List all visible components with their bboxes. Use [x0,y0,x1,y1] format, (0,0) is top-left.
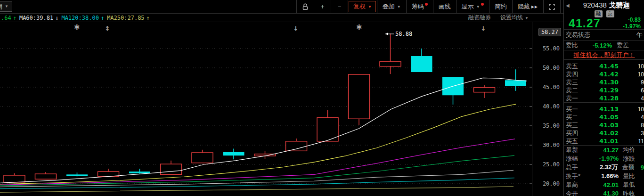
bid-label: 买四 [566,129,581,138]
notification-dot [425,3,428,6]
ask-row[interactable]: 卖五41.4510 [564,62,644,70]
info-row: 今开41.30昨收 [564,189,644,196]
stock-name: 戈碧迦 [609,1,630,9]
ma-legend-item: MA250:27.85↑ [107,15,150,21]
bid-row[interactable]: 买二41.054 [564,113,644,121]
bid-volume: 4 [641,114,644,121]
y-axis-label: 55.00 [543,45,560,52]
toolbar-fullscreen-button[interactable] [543,0,561,13]
ask-volume: 9 [641,79,644,86]
weibi-value: -5.12% [578,42,612,49]
chevron-down-icon: ▼ [525,16,529,20]
y-axis-label: 35.00 [543,122,560,129]
toolbar-zoom-out-button[interactable]: － [331,0,348,13]
ma-pale-yellow-line [0,187,514,192]
bid-label: 买三 [566,121,581,130]
bid-row[interactable]: 买五41.0111 [564,137,644,145]
chevron-down-icon: ▼ [5,4,8,8]
ma-legend-item: .64↑ [1,15,16,21]
candle-body-down [223,152,245,155]
bid-label: 买二 [566,113,581,122]
event-down-arrow: ↓ [481,25,486,32]
info-label-left: 今开 [566,189,584,196]
ask-book: 卖五41.4510卖四41.4210卖三41.309卖二41.296卖一41.2… [564,60,644,102]
bid-price: 41.02 [581,130,619,137]
chevron-down-icon: ▼ [476,5,480,9]
quote-info-rows: 最新41.27均价涨幅-1.97%涨跌总手2.32万金额9换手*1.66%量比最… [564,146,644,196]
y-axis-label: 30.00 [543,142,560,148]
event-star: ∗ [355,22,362,32]
margin-trading-link[interactable]: 融资融券 [468,14,491,22]
ma-labels: .64↑MA60:39.81↓MA120:38.00↑MA250:27.85↑ [1,15,153,21]
toolbar-display-button[interactable]: 显示▼ [456,0,489,13]
info-label-left: 涨幅 [566,155,584,163]
info-label-right: 量比 [623,172,642,180]
ma-bar-links: 融资融券 设置均线▼ [468,14,529,22]
ma-settings-dropdown[interactable]: 设置均线▼ [500,14,529,22]
bid-row[interactable]: 买一41.1310 [564,105,644,113]
y-axis-label: 25.00 [543,161,560,168]
toolbar-draw-line-button[interactable]: 画线 [433,0,456,13]
unlock-icon [302,3,309,10]
info-row: 最高42.01最低 [564,180,644,189]
expand-icon [549,4,555,10]
bid-volume: 11 [638,138,644,145]
kline-chart-svg: ∗↕↓∗↓58.88 [0,22,532,196]
quote-panel: ◀ 920438戈碧迦 融 京 41.27 -0.83 -1.97% 交易状态 … [563,0,644,196]
ma-legend-bar: .64↑MA60:39.81↓MA120:38.00↑MA250:27.85↑ … [0,14,563,22]
info-row: 最新41.27均价 [564,146,644,155]
info-row: 涨幅-1.97%涨跌 [564,155,644,163]
open-account-ad-link[interactable]: 抓住机会，即刻开户！ [564,50,644,59]
ask-label: 卖五 [566,62,581,71]
info-label-right: 昨收 [623,189,642,196]
y-axis-label: 40.00 [543,103,560,110]
toolbar-button-label: 筹码 [412,2,424,11]
ask-row[interactable]: 卖三41.309 [564,78,644,86]
tag-exchange: 京 [606,10,614,17]
ask-row[interactable]: 卖四41.4210 [564,70,644,78]
ask-price: 41.28 [581,95,619,102]
toolbar-lock-button[interactable] [296,0,314,13]
info-label-left: 换手* [566,172,584,180]
toolbar-button-label: 隐藏 [518,2,530,11]
stock-code: 920438 [583,1,607,9]
ask-label: 卖一 [566,94,581,103]
y-axis-label: 20.00 [543,180,560,187]
candlestick-chart-canvas[interactable]: ∗↕↓∗↓58.88 [0,22,532,196]
bid-row[interactable]: 买四41.023 [564,129,644,137]
y-axis-label: 50.00 [543,65,560,71]
toolbar-overlay-button[interactable]: 叠加▼ [377,0,406,13]
toolbar-adjust-button[interactable]: 复权▼ [348,0,377,13]
info-value-left: 42.01 [584,181,619,188]
ask-row[interactable]: 卖二41.296 [564,86,644,94]
toolbar-zoom-in-button[interactable]: ＋ [314,0,331,13]
candle-body-up [35,174,57,179]
ask-row[interactable]: 卖一41.284 [564,94,644,102]
trade-status-value: 午 [636,31,643,39]
ask-price: 41.29 [581,87,619,94]
notification-dot [481,3,484,6]
info-value-left: 1.66% [584,172,619,180]
collapse-panel-arrow-icon[interactable]: ◀ [566,3,570,8]
candle-body-down [66,174,88,176]
toolbar-simple-button[interactable]: 简约 [489,0,512,13]
axis-high-price-label: 58.27 [538,28,561,36]
info-label-right: 涨跌 [623,155,642,163]
candle-body-up [349,74,370,119]
bid-row[interactable]: 买三41.038 [564,121,644,129]
high-annotation-arrowhead [385,33,388,35]
double-right-arrow-icon: ▶▶ [531,5,538,9]
event-down-arrow: ↓ [293,25,299,32]
info-row: 总手2.32万金额9 [564,163,644,172]
info-value-left: 2.32万 [583,163,618,172]
toolbar-hide-button[interactable]: 隐藏▶▶ [512,0,543,13]
info-value-right: 9 [641,164,644,171]
info-value-left: -1.97% [584,155,619,162]
toolbar-chips-button[interactable]: 筹码 [406,0,433,13]
info-label-right: 金额 [622,163,640,172]
price-axis: 58.27 55.0050.0045.0040.0035.0030.0025.0… [532,22,563,196]
bid-price: 41.05 [581,114,619,121]
weibi-label: 委比 [566,41,578,49]
last-price: 41.27 [569,16,601,30]
period-dropdown[interactable]: 期 ▼ [0,1,12,12]
